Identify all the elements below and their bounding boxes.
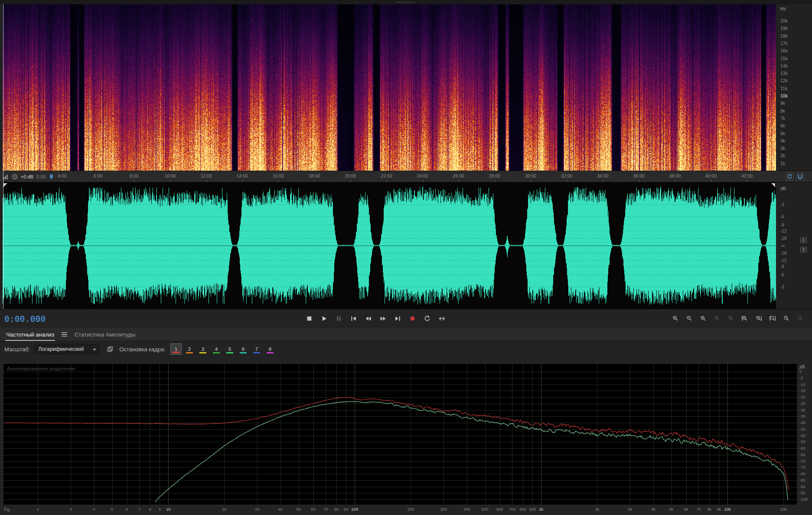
frequency-chart-canvas[interactable] xyxy=(3,364,797,505)
time-ruler-label: 32:00 xyxy=(561,173,572,178)
db-scale-label: -3 xyxy=(780,285,784,289)
panel-menu-icon[interactable] xyxy=(62,332,67,337)
frequency-chart[interactable]: Анализированное выделение xyxy=(3,364,797,505)
hz-scale-label: 15k xyxy=(780,56,788,61)
skip-to-end-button[interactable] xyxy=(392,313,404,324)
ruler-minor-tick xyxy=(621,181,621,182)
zoom-in-amplitude-button[interactable] xyxy=(726,314,736,323)
hold-button-label: 3 xyxy=(202,347,204,352)
db-scale-label: -9 xyxy=(780,264,784,269)
playhead[interactable] xyxy=(3,4,3,309)
hold-button-label: 5 xyxy=(228,347,231,352)
copy-graph-button[interactable] xyxy=(105,344,115,354)
frame-hold-button-4[interactable]: 4 xyxy=(211,343,222,355)
hold-color-bar xyxy=(226,352,233,353)
frame-hold-button-1[interactable]: 1 xyxy=(170,343,182,355)
ruler-tick xyxy=(170,180,170,182)
timeline-ruler[interactable]: +0 dB 0:00 4:006:008:0010:0012:0014:0016… xyxy=(0,171,812,182)
hold-color-bar xyxy=(199,352,206,353)
hold-color-bar xyxy=(240,352,247,353)
y-axis-tick: -30 xyxy=(799,408,805,412)
waveform-panel[interactable] xyxy=(3,182,776,309)
zoom-to-in-point-icon xyxy=(742,315,748,321)
pin-icon[interactable] xyxy=(49,174,54,180)
x-axis-tick: 3k xyxy=(628,507,632,512)
frame-hold-button-2[interactable]: 2 xyxy=(184,343,195,355)
panel-drag-strip[interactable] xyxy=(0,0,812,4)
zoom-out-icon xyxy=(686,315,692,321)
x-axis-tick: 7k xyxy=(696,507,701,512)
y-axis-tick: -90 xyxy=(799,484,805,489)
y-axis-tick: -70 xyxy=(799,459,805,463)
frame-hold-button-6[interactable]: 6 xyxy=(238,343,249,355)
hz-scale-label: 2k xyxy=(780,153,785,158)
y-axis-tick: -10 xyxy=(799,382,805,387)
time-readout: 0:00 xyxy=(36,174,46,179)
rewind-button[interactable] xyxy=(362,313,374,324)
x-axis-tick: 3 xyxy=(70,507,72,512)
zoom-in-frequency-button[interactable] xyxy=(698,314,708,323)
scale-select[interactable]: Логарифмический xyxy=(34,344,100,354)
skip-to-start-button[interactable] xyxy=(348,313,359,324)
spectrogram-display[interactable] xyxy=(3,4,776,171)
zoom-reset-button[interactable] xyxy=(796,314,805,323)
time-ruler-label: 12:00 xyxy=(200,173,212,178)
ruler-tick xyxy=(62,180,62,182)
x-axis-tick: 50 xyxy=(296,507,301,512)
levels-icon[interactable] xyxy=(3,174,9,180)
record-button[interactable] xyxy=(407,313,418,324)
zoom-to-in-point-button[interactable] xyxy=(740,314,750,323)
waveform-display[interactable] xyxy=(3,182,776,309)
y-axis-tick: -45 xyxy=(799,427,805,431)
loop-playback-button[interactable] xyxy=(421,313,433,324)
ruler-minor-tick xyxy=(476,181,477,182)
x-axis-tick: 80 xyxy=(334,507,339,512)
zoom-to-out-point-icon xyxy=(756,315,762,321)
x-axis-tick: 5k xyxy=(669,507,674,512)
channel-badge-1[interactable]: 1 xyxy=(800,237,807,243)
db-scale-label: -12 xyxy=(780,229,786,233)
pause-button[interactable] xyxy=(333,313,345,324)
x-axis-tick: 5 xyxy=(111,507,113,512)
stop-button[interactable] xyxy=(303,313,315,324)
vertical-zoom-button-1[interactable] xyxy=(786,172,794,181)
frame-hold-button-5[interactable]: 5 xyxy=(224,343,235,355)
channel-badge-2[interactable]: 2 xyxy=(800,247,807,253)
tab-frequency-analysis[interactable]: Частотный анализ xyxy=(4,328,56,341)
x-axis-tick: 10k xyxy=(724,507,730,512)
time-ruler-label: 18:00 xyxy=(309,173,320,178)
frame-hold-button-3[interactable]: 3 xyxy=(197,343,209,355)
zoom-out-frequency-icon xyxy=(714,315,720,321)
zoom-out-button[interactable] xyxy=(685,314,694,323)
frame-hold-button-8[interactable]: 8 xyxy=(264,343,276,355)
x-axis-tick: 9 xyxy=(159,507,161,512)
play-button[interactable] xyxy=(318,313,330,324)
zoom-to-selection-button[interactable] xyxy=(768,314,777,323)
fast-forward-button[interactable] xyxy=(377,313,389,324)
hold-color-bar xyxy=(213,352,220,353)
y-axis-tick: -25 xyxy=(799,401,805,406)
hold-color-bar xyxy=(267,352,274,353)
clock-icon[interactable] xyxy=(12,174,18,180)
hz-scale-label: 9k xyxy=(780,100,785,106)
skip-selection-button[interactable] xyxy=(436,313,448,324)
time-ruler-label: 14:00 xyxy=(237,173,248,178)
zoom-in-button[interactable] xyxy=(671,314,680,323)
time-display[interactable]: 0:00.000 xyxy=(4,314,46,324)
spectrogram-panel[interactable] xyxy=(3,4,776,171)
vertical-zoom-button-2[interactable] xyxy=(796,172,804,181)
x-axis-tick: 1k xyxy=(539,507,543,512)
x-axis-tick: 20k xyxy=(780,507,787,512)
ruler-minor-tick xyxy=(368,181,369,182)
x-axis-tick: 2 xyxy=(37,507,39,512)
zoom-duration-button[interactable] xyxy=(782,314,791,323)
tab-amplitude-statistics[interactable]: Статистика Амплитуды xyxy=(73,328,137,341)
zoom-to-out-point-button[interactable] xyxy=(754,314,763,323)
zoom-in-icon xyxy=(672,315,678,321)
ruler-minor-tick xyxy=(188,181,189,182)
drag-handle-icon[interactable] xyxy=(396,1,416,3)
time-ruler-label: 10:00 xyxy=(164,173,176,178)
frame-hold-button-7[interactable]: 7 xyxy=(251,343,262,355)
x-axis-tick: 30 xyxy=(255,507,260,512)
zoom-out-frequency-button[interactable] xyxy=(712,314,722,323)
